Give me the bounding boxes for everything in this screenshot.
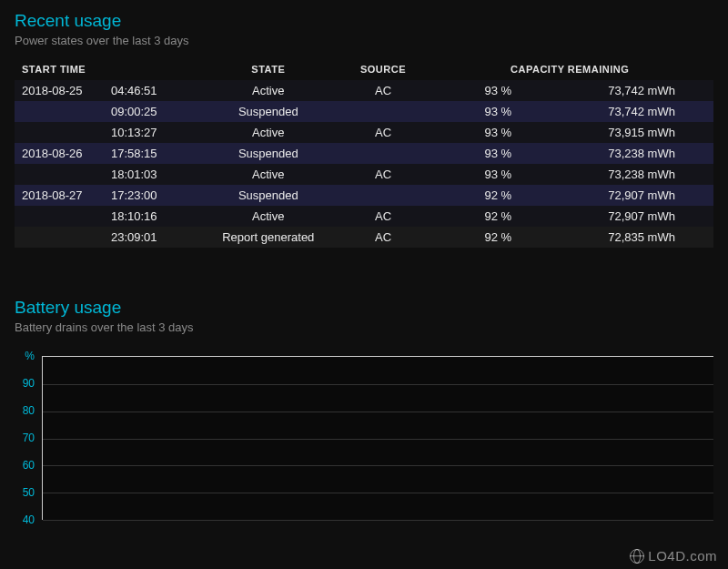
y-axis-label: 70 [23, 432, 35, 444]
col-state: STATE [197, 58, 340, 80]
battery-usage-section: Battery usage Battery drains over the la… [15, 298, 713, 527]
cell-time: 23:09:01 [106, 227, 197, 248]
battery-usage-subtitle: Battery drains over the last 3 days [15, 320, 713, 334]
table-row: 2018-08-2717:23:00Suspended92 %72,907 mW… [15, 185, 713, 206]
table-header-row: START TIME STATE SOURCE CAPACITY REMAINI… [15, 58, 713, 80]
table-row: 23:09:01Report generatedAC92 %72,835 mWh [15, 227, 713, 248]
cell-capacity-mwh: 73,238 mWh [570, 164, 713, 185]
cell-date [15, 164, 106, 185]
cell-state: Report generated [197, 227, 340, 248]
cell-date: 2018-08-25 [15, 80, 106, 101]
chart-gridline [43, 520, 713, 521]
cell-date [15, 101, 106, 122]
cell-source [340, 143, 427, 164]
recent-usage-title: Recent usage [15, 11, 713, 31]
cell-time: 10:13:27 [106, 122, 197, 143]
table-row: 2018-08-2617:58:15Suspended93 %73,238 mW… [15, 143, 713, 164]
table-row: 09:00:25Suspended93 %73,742 mWh [15, 101, 713, 122]
y-axis-label: 90 [23, 377, 35, 390]
chart-plot-area [42, 356, 713, 520]
recent-usage-section: Recent usage Power states over the last … [15, 11, 713, 248]
table-row: 10:13:27ActiveAC93 %73,915 mWh [15, 122, 713, 143]
cell-source: AC [340, 227, 427, 248]
cell-capacity-mwh: 73,915 mWh [570, 122, 713, 143]
cell-capacity-mwh: 72,835 mWh [570, 227, 713, 248]
cell-time: 04:46:51 [106, 80, 197, 101]
cell-date [15, 122, 106, 143]
y-axis-label: 80 [23, 404, 35, 417]
cell-capacity-mwh: 73,742 mWh [570, 80, 713, 101]
y-axis-label: 40 [23, 513, 35, 526]
chart-gridline [43, 384, 713, 385]
chart-gridline [43, 465, 713, 466]
chart-gridline [43, 493, 713, 493]
cell-state: Suspended [197, 101, 340, 122]
cell-state: Active [197, 80, 340, 101]
cell-state: Active [197, 122, 340, 143]
cell-time: 18:01:03 [106, 164, 197, 185]
cell-source: AC [340, 122, 427, 143]
col-source: SOURCE [340, 58, 427, 80]
cell-date [15, 206, 106, 227]
cell-capacity-pct: 92 % [426, 227, 570, 248]
cell-capacity-mwh: 73,238 mWh [570, 143, 713, 164]
recent-usage-subtitle: Power states over the last 3 days [15, 34, 713, 47]
chart-y-axis: %908070605040 [15, 345, 40, 527]
cell-time: 17:58:15 [106, 143, 197, 164]
cell-state: Active [197, 164, 340, 185]
table-row: 18:10:16ActiveAC92 %72,907 mWh [15, 206, 713, 227]
chart-gridline [43, 412, 713, 412]
cell-source [340, 185, 427, 206]
battery-usage-title: Battery usage [15, 298, 713, 318]
y-axis-label: 60 [23, 459, 35, 472]
cell-capacity-pct: 93 % [426, 122, 570, 143]
usage-table: START TIME STATE SOURCE CAPACITY REMAINI… [15, 58, 713, 248]
y-axis-label: 50 [23, 486, 35, 499]
cell-state: Suspended [197, 143, 340, 164]
cell-capacity-pct: 93 % [426, 101, 570, 122]
cell-time: 18:10:16 [106, 206, 197, 227]
cell-capacity-mwh: 73,742 mWh [570, 101, 713, 122]
watermark-text: LO4D.com [648, 548, 717, 564]
globe-icon [630, 549, 644, 564]
cell-capacity-pct: 92 % [426, 206, 570, 227]
cell-source: AC [340, 164, 427, 185]
table-row: 18:01:03ActiveAC93 %73,238 mWh [15, 164, 713, 185]
cell-capacity-pct: 93 % [426, 164, 570, 185]
cell-source [340, 101, 427, 122]
table-row: 2018-08-2504:46:51ActiveAC93 %73,742 mWh [15, 80, 713, 101]
cell-capacity-pct: 93 % [426, 80, 570, 101]
cell-source: AC [340, 206, 427, 227]
cell-date: 2018-08-27 [15, 185, 106, 206]
cell-time: 17:23:00 [106, 185, 197, 206]
cell-capacity-pct: 92 % [426, 185, 570, 206]
cell-capacity-mwh: 72,907 mWh [570, 185, 713, 206]
cell-capacity-pct: 93 % [426, 143, 570, 164]
col-capacity: CAPACITY REMAINING [426, 58, 713, 80]
cell-source: AC [340, 80, 427, 101]
chart-gridline [43, 439, 713, 440]
col-start-time: START TIME [15, 58, 197, 80]
cell-date [15, 227, 106, 248]
cell-date: 2018-08-26 [15, 143, 106, 164]
cell-capacity-mwh: 72,907 mWh [570, 206, 713, 227]
watermark: LO4D.com [630, 548, 717, 564]
cell-state: Active [197, 206, 340, 227]
cell-time: 09:00:25 [106, 101, 197, 122]
y-axis-label: % [25, 350, 35, 362]
battery-chart: %908070605040 [15, 345, 713, 527]
cell-state: Suspended [197, 185, 340, 206]
